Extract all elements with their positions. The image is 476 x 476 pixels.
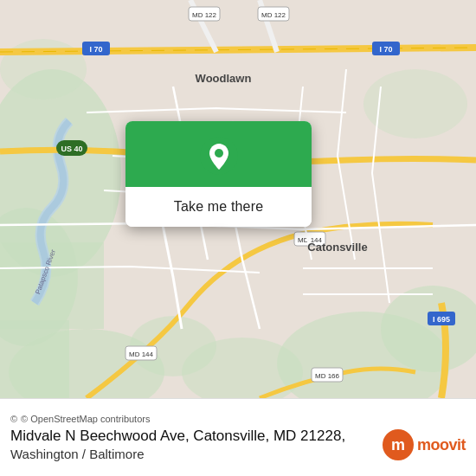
svg-text:MD 166: MD 166 <box>315 372 340 380</box>
copyright-symbol: © <box>10 414 17 424</box>
take-me-there-button[interactable]: Take me there <box>125 187 312 227</box>
location-pin-icon <box>200 137 238 175</box>
popup-pin-area <box>125 121 312 187</box>
popup-card: Take me there <box>125 121 312 227</box>
svg-text:I 70: I 70 <box>379 45 392 54</box>
map-container: I 70 I 70 MD 122 MD 122 US 40 US 40 MD 1… <box>0 0 476 398</box>
svg-text:MD 122: MD 122 <box>192 11 217 19</box>
svg-text:I 695: I 695 <box>433 315 450 324</box>
moovit-icon: m <box>383 429 414 460</box>
svg-text:m: m <box>391 436 405 453</box>
svg-point-36 <box>215 149 223 158</box>
copyright-row: © © OpenStreetMap contributors <box>10 414 466 424</box>
moovit-logo: m moovit <box>383 429 466 460</box>
svg-text:US 40: US 40 <box>61 145 82 153</box>
osm-link[interactable]: © OpenStreetMap contributors <box>21 414 150 424</box>
svg-text:Woodlawn: Woodlawn <box>196 72 252 85</box>
svg-text:I 70: I 70 <box>89 45 102 54</box>
svg-text:Catonsville: Catonsville <box>307 241 367 254</box>
bottom-bar: © © OpenStreetMap contributors Midvale N… <box>0 398 476 476</box>
svg-text:MD 122: MD 122 <box>261 11 286 19</box>
svg-text:MD 144: MD 144 <box>129 351 154 358</box>
moovit-text: moovit <box>417 436 466 454</box>
